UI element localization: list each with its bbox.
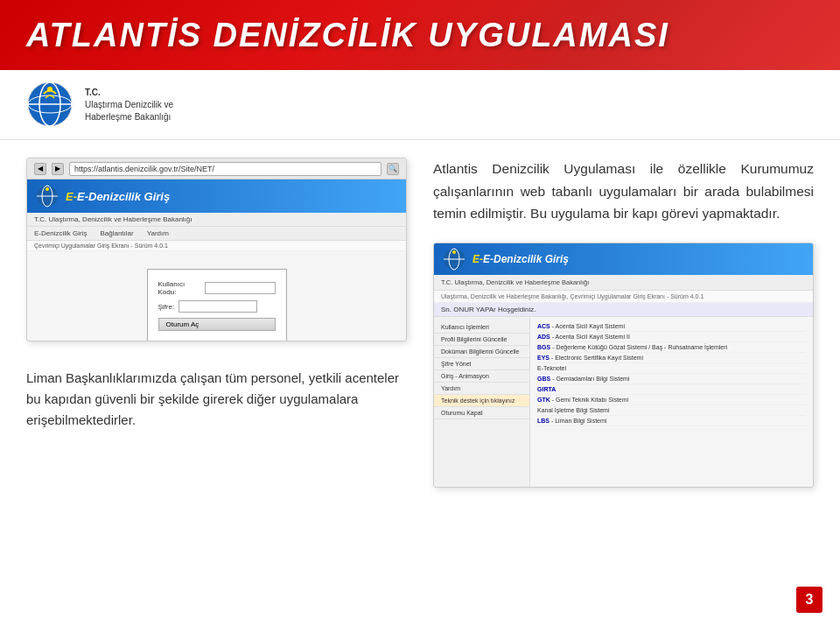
item-code-9: LBS — [537, 418, 550, 424]
item-code-0: ACS — [537, 323, 550, 329]
portal-right-content: ACS - Acenta Sicil Kayıt Sistemi ADS - A… — [530, 317, 813, 488]
item-text-1: - Acenta Sicil Kayıt Sistemi II — [552, 334, 630, 340]
nav-item-1[interactable]: Profil Bilgilerini Güncelle — [434, 334, 529, 346]
site-nav-top: T.C. Ulaştırma, Denizcilik ve Haberleşme… — [27, 213, 406, 227]
browser-search: 🔍 — [387, 163, 399, 175]
ministry-line2: Haberleşme Bakanlığı — [85, 111, 173, 123]
nav-item-0[interactable]: Kullanıcı İşlemleri — [434, 321, 529, 334]
browser-bar: ◀ ▶ https://atlantis.denizcilik.gov.tr/S… — [27, 158, 406, 179]
portal-item-2: BGS - Değerleme Kütüğü Gözat Sistemi / B… — [537, 342, 806, 353]
bottom-left-text-area: Liman Başkanlıklarımızda çalışan tüm per… — [26, 359, 407, 617]
description-text: Atlantis Denizcilik Uygulaması ile özell… — [433, 158, 814, 225]
item-text-5: - Gemiadamları Bilgi Sistemi — [552, 376, 629, 382]
bottom-left-paragraph: Liman Başkanlıklarımızda çalışan tüm per… — [26, 368, 407, 431]
page-number: 3 — [796, 587, 822, 613]
ministry-emblem — [26, 81, 74, 129]
screenshot-bottom: E-E-Denizcilik Giriş T.C. Ulaştırma, Den… — [433, 243, 814, 488]
password-input[interactable] — [178, 300, 257, 313]
item-text-3: - Electronic Sertifika Kayıt Sistemi — [551, 355, 643, 361]
header: ATLANTİS DENİZCİLİK UYGULAMASI — [0, 0, 840, 70]
username-input[interactable] — [205, 282, 276, 294]
logo-text: T.C. Ulaştırma Denizcilik ve Haberleşme … — [85, 87, 173, 123]
logo-area: T.C. Ulaştırma Denizcilik ve Haberleşme … — [0, 70, 840, 140]
portal-item-9: LBS - Liman Bilgi Sistemi — [537, 416, 806, 426]
login-box: Kullanıcı Kodu: Şifre: Oturum Aç — [147, 269, 287, 341]
header-title: ATLANTİS DENİZCİLİK UYGULAMASI — [26, 17, 669, 54]
nav-item-7[interactable]: Oturumu Kapat — [434, 407, 529, 419]
login-button[interactable]: Oturum Aç — [158, 318, 276, 331]
item-text-4: E-Teknotel — [537, 365, 566, 371]
portal-item-4: E-Teknotel — [537, 363, 806, 374]
login-form-area: Kullanıcı Kodu: Şifre: Oturum Aç — [27, 251, 406, 341]
site-nav-items: E-Denizcilik Giriş Bağlantılar Yardım — [27, 227, 406, 241]
item-text-2: - Değerleme Kütüğü Gözat Sistemi / Baş -… — [552, 344, 727, 350]
screenshot-top: ◀ ▶ https://atlantis.denizcilik.gov.tr/S… — [26, 158, 407, 341]
ministry-line1: Ulaştırma Denizcilik ve — [85, 99, 173, 111]
portal-item-6: GIRTA — [537, 384, 806, 395]
nav-item-2[interactable]: Doküman Bilgilerini Güncelle — [434, 346, 529, 358]
portal-item-7: GTK - Gemi Teknik Kitabı Sistemi — [537, 395, 806, 405]
portal-item-8: Kanal İşletme Bilgi Sistemi — [537, 405, 806, 416]
item-code-2: BGS — [537, 344, 550, 350]
tc-label: T.C. — [85, 87, 173, 99]
nav-item-6[interactable]: Teknik destek için tıklayınız — [434, 395, 529, 407]
username-row: Kullanıcı Kodu: — [158, 280, 276, 296]
description-paragraph: Atlantis Denizcilik Uygulaması ile özell… — [433, 158, 814, 225]
portal-left-nav: Kullanıcı İşlemleri Profil Bilgilerini G… — [434, 317, 530, 488]
nav-item-4[interactable]: Giriş - Animasyon — [434, 370, 529, 383]
item-text-8: Kanal İşletme Bilgi Sistemi — [537, 407, 609, 413]
password-row: Şifre: — [158, 300, 276, 313]
site-breadcrumb-top: Çevrimiçi Uygulamalar Giriş Ekranı - Sür… — [27, 241, 406, 251]
portal-ministry: T.C. Ulaştırma, Denizcilik ve Haberleşme… — [434, 275, 813, 291]
browser-back: ◀ — [34, 163, 46, 175]
browser-url: https://atlantis.denizcilik.gov.tr/Site/… — [69, 162, 382, 176]
item-code-6: GIRTA — [537, 386, 556, 392]
item-code-1: ADS — [537, 334, 550, 340]
item-code-5: GBS — [537, 376, 550, 382]
item-text-7: - Gemi Teknik Kitabı Sistemi — [552, 397, 628, 403]
portal-item-3: EYS - Electronic Sertifika Kayıt Sistemi — [537, 353, 806, 363]
site-header-bottom: E-E-Denizcilik Giriş — [434, 243, 813, 275]
site-header-top: E-E-Denizcilik Giriş — [27, 179, 406, 213]
site-title-top: E-E-Denizcilik Giriş — [66, 190, 170, 203]
item-text-9: - Liman Bilgi Sistemi — [551, 418, 606, 424]
main-content: ◀ ▶ https://atlantis.denizcilik.gov.tr/S… — [0, 140, 840, 626]
svg-point-8 — [46, 187, 49, 191]
item-text-0: - Acenta Sicil Kayıt Sistemi — [552, 323, 625, 329]
site-title-bottom: E-E-Denizcilik Giriş — [472, 253, 569, 265]
item-code-3: EYS — [537, 355, 550, 361]
portal-item-5: GBS - Gemiadamları Bilgi Sistemi — [537, 374, 806, 384]
right-column: Atlantis Denizcilik Uygulaması ile özell… — [433, 158, 814, 617]
browser-fwd: ▶ — [52, 163, 64, 175]
nav-item-5[interactable]: Yardım — [434, 383, 529, 395]
portal-welcome: Sn. ONUR YAPAr Hoşgeldiniz. — [434, 303, 813, 317]
item-code-7: GTK — [537, 397, 550, 403]
left-column: ◀ ▶ https://atlantis.denizcilik.gov.tr/S… — [26, 158, 407, 617]
site-logo-top — [36, 185, 59, 207]
portal-breadcrumb: Ulaştırma, Denizcilik ve Haberleşme Baka… — [434, 291, 813, 303]
svg-point-12 — [452, 250, 456, 254]
site-logo-bottom — [443, 248, 466, 271]
portal-item-0: ACS - Acenta Sicil Kayıt Sistemi — [537, 321, 806, 332]
portal-item-1: ADS - Acenta Sicil Kayıt Sistemi II — [537, 332, 806, 342]
nav-item-3[interactable]: Şifre Yönet — [434, 358, 529, 370]
portal-body: Kullanıcı İşlemleri Profil Bilgilerini G… — [434, 317, 813, 488]
